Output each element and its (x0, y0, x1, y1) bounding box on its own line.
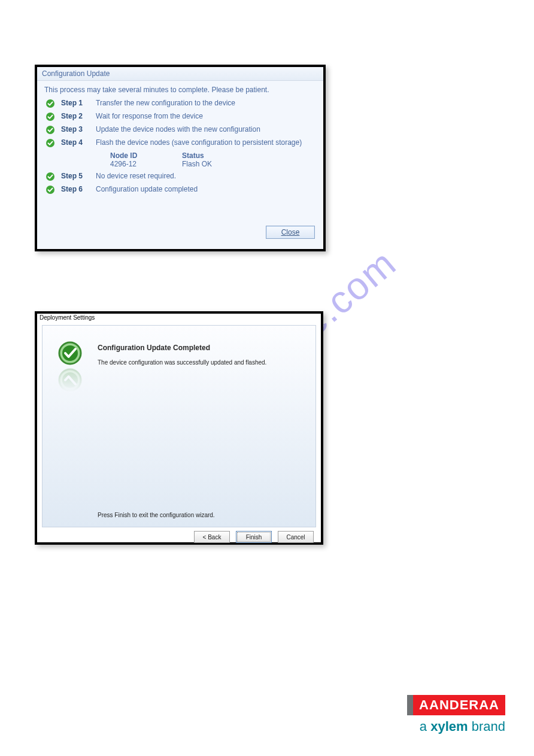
table-cell-status: Flash OK (182, 160, 254, 168)
step-description: Wait for response from the device (96, 112, 317, 120)
step-description: Configuration update completed (96, 185, 317, 193)
check-icon (45, 138, 55, 148)
step-label: Step 3 (61, 125, 90, 133)
check-icon (45, 125, 55, 135)
configuration-update-dialog: Configuration Update This process may ta… (35, 65, 326, 251)
step-description: Flash the device nodes (save configurati… (96, 138, 317, 147)
step-row: Step 4 Flash the device nodes (save conf… (44, 138, 317, 148)
wizard-panel: Configuration Update Completed The devic… (42, 325, 316, 527)
table-header-status: Status (182, 151, 254, 160)
brand-tagline-xylem: xylem (430, 719, 468, 734)
back-button[interactable]: < Back (194, 531, 230, 543)
close-button[interactable]: Close (266, 226, 315, 239)
step-label: Step 1 (61, 99, 90, 107)
step-row: Step 5 No device reset required. (44, 172, 317, 181)
step-row: Step 3 Update the device nodes with the … (44, 125, 317, 135)
step-label: Step 6 (61, 185, 90, 193)
close-label-rest: lose (286, 228, 299, 236)
step-row: Step 6 Configuration update completed (44, 185, 317, 195)
success-icon-wrap (58, 341, 82, 394)
step-label: Step 4 (61, 138, 90, 147)
success-icon (58, 341, 82, 365)
check-icon (45, 185, 55, 195)
dialog-body: This process may take several minutes to… (37, 81, 323, 248)
table-header-node: Node ID (110, 151, 182, 160)
check-icon (45, 172, 55, 181)
success-icon-reflection (58, 368, 82, 392)
deployment-settings-dialog: Deployment Settings Configuration Update… (35, 311, 323, 545)
dialog-title: Deployment Settings (37, 314, 321, 321)
step-description: Update the device nodes with the new con… (96, 125, 317, 133)
table-cell-node: 4296-12 (110, 160, 182, 168)
check-icon (45, 112, 55, 122)
flash-status-table: Node ID Status 4296-12 Flash OK (110, 151, 317, 168)
brand-tagline: a xylem brand (407, 719, 505, 734)
cancel-button[interactable]: Cancel (278, 531, 314, 543)
wizard-button-row: < Back Finish Cancel (37, 527, 321, 543)
step-description: Transfer the new configuration to the de… (96, 99, 317, 107)
brand-footer: AANDERAA a xylem brand (407, 695, 505, 734)
intro-text: This process may take several minutes to… (44, 86, 317, 94)
wizard-subtext: The device configuration was successfull… (98, 359, 307, 366)
brand-logo: AANDERAA (407, 695, 505, 715)
wizard-heading: Configuration Update Completed (98, 344, 307, 352)
step-description: No device reset required. (96, 172, 317, 180)
brand-tagline-brand: brand (468, 719, 505, 734)
step-label: Step 2 (61, 112, 90, 120)
step-row: Step 1 Transfer the new configuration to… (44, 99, 317, 108)
step-row: Step 2 Wait for response from the device (44, 112, 317, 122)
check-icon (45, 99, 55, 108)
dialog-title: Configuration Update (37, 67, 323, 81)
wizard-footer-text: Press Finish to exit the configuration w… (98, 512, 215, 518)
step-label: Step 5 (61, 172, 90, 180)
finish-button[interactable]: Finish (236, 531, 272, 543)
brand-tagline-a: a (420, 719, 430, 734)
